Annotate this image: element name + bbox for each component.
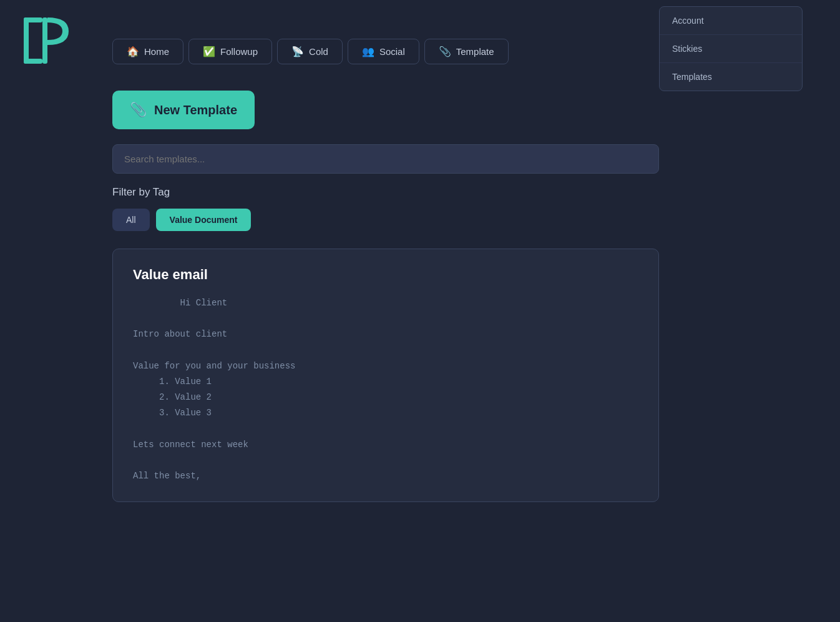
filter-label: Filter by Tag: [112, 186, 659, 199]
social-icon: 👥: [362, 46, 374, 57]
tag-value-document[interactable]: Value Document: [156, 209, 252, 231]
dropdown-templates[interactable]: Templates: [660, 63, 802, 91]
main-content: 📎 New Template Filter by Tag All Value D…: [112, 91, 659, 502]
nav-social[interactable]: 👥 Social: [348, 39, 419, 64]
dropdown-account[interactable]: Account: [660, 7, 802, 35]
logo: [19, 12, 75, 81]
template-title: Value email: [133, 267, 638, 283]
template-card: Value email Hi Client Intro about client…: [112, 249, 659, 502]
nav-followup[interactable]: ✅ Followup: [188, 39, 272, 64]
template-icon: 📎: [439, 46, 451, 57]
cold-icon: 📡: [291, 46, 304, 57]
nav-template[interactable]: 📎 Template: [424, 39, 509, 64]
dropdown-menu: Account Stickies Templates: [659, 6, 803, 91]
new-template-label: New Template: [154, 103, 237, 117]
nav-cold-label: Cold: [309, 46, 328, 57]
paperclip-icon: 📎: [130, 102, 147, 118]
main-nav: 🏠 Home ✅ Followup 📡 Cold 👥 Social 📎 Temp…: [112, 39, 509, 64]
nav-followup-label: Followup: [220, 46, 258, 57]
search-input[interactable]: [112, 144, 659, 174]
template-body: Hi Client Intro about client Value for y…: [133, 295, 638, 484]
nav-cold[interactable]: 📡 Cold: [277, 39, 343, 64]
dropdown-stickies[interactable]: Stickies: [660, 35, 802, 63]
nav-template-label: Template: [456, 46, 494, 57]
svg-rect-2: [24, 17, 42, 22]
nav-home-label: Home: [144, 46, 169, 57]
svg-rect-1: [24, 17, 29, 64]
svg-rect-3: [24, 59, 42, 64]
tag-all[interactable]: All: [112, 209, 150, 231]
home-icon: 🏠: [127, 46, 139, 57]
nav-social-label: Social: [379, 46, 405, 57]
new-template-button[interactable]: 📎 New Template: [112, 91, 255, 129]
svg-rect-4: [42, 17, 47, 64]
filter-tags: All Value Document: [112, 209, 659, 231]
followup-icon: ✅: [203, 46, 215, 57]
nav-home[interactable]: 🏠 Home: [112, 39, 183, 64]
